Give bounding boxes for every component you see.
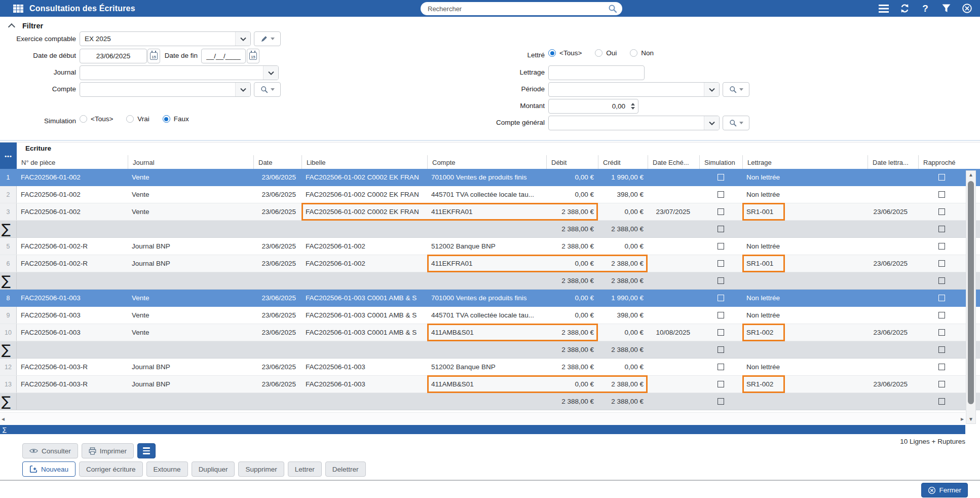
dropdown-caret-icon[interactable]: [739, 88, 743, 91]
simulation-radio[interactable]: [80, 115, 87, 123]
compte-lookup-button[interactable]: [254, 82, 281, 97]
exercice-edit-button[interactable]: [254, 31, 281, 46]
simulation-radio[interactable]: [126, 115, 134, 123]
simulation-checkbox[interactable]: [718, 174, 724, 181]
chevron-down-icon[interactable]: [235, 32, 250, 46]
filter-collapse-header[interactable]: Filtrer: [10, 22, 43, 30]
refresh-icon[interactable]: [898, 3, 911, 15]
simulation-option[interactable]: <Tous>: [80, 115, 113, 123]
column-header-compte[interactable]: Compte: [427, 155, 546, 169]
compte-general-lookup-button[interactable]: [723, 116, 749, 130]
column-header-lettrage[interactable]: Lettrage: [742, 155, 868, 169]
montant-spinner[interactable]: [630, 99, 638, 113]
lettrer-button[interactable]: Lettrer: [288, 461, 322, 477]
rapproche-checkbox[interactable]: [938, 174, 945, 181]
simulation-checkbox[interactable]: [718, 364, 724, 370]
chevron-down-icon[interactable]: [704, 83, 719, 96]
dropdown-caret-icon[interactable]: [271, 38, 275, 40]
more-actions-button[interactable]: [137, 443, 156, 458]
chevron-down-icon[interactable]: [263, 66, 278, 80]
lettre-radio[interactable]: [630, 49, 637, 57]
exercice-select[interactable]: EX 2025: [80, 31, 251, 46]
sum-row[interactable]: ∑2 388,00 €2 388,00 €: [0, 393, 980, 410]
rapproche-checkbox[interactable]: [938, 346, 945, 353]
simulation-checkbox[interactable]: [718, 381, 724, 387]
table-row[interactable]: 13FAC202506-01-003-RJournal BNP23/06/202…: [0, 376, 980, 393]
rapproche-checkbox[interactable]: [938, 277, 945, 284]
collapse-caret-icon[interactable]: [8, 23, 15, 30]
table-row[interactable]: 1FAC202506-01-002Vente23/06/2025FAC20250…: [0, 169, 980, 186]
date-fin-calendar-button[interactable]: 15: [247, 49, 259, 63]
scrollbar-thumb[interactable]: [968, 181, 974, 404]
lettre-option[interactable]: Non: [630, 49, 654, 57]
lettre-radio-selected[interactable]: [548, 49, 556, 57]
rapproche-checkbox[interactable]: [938, 191, 945, 198]
corriger-criture-button[interactable]: Corriger écriture: [79, 461, 143, 477]
fermer-button[interactable]: Fermer: [921, 483, 968, 497]
imprimer-button[interactable]: Imprimer: [82, 443, 134, 458]
horizontal-scrollbar[interactable]: ◂ ▸: [0, 412, 965, 424]
column-header-echeance[interactable]: Date Eché...: [648, 155, 699, 169]
dupliquer-button[interactable]: Dupliquer: [192, 461, 235, 477]
compte-select[interactable]: [80, 82, 251, 97]
scroll-left-icon[interactable]: ◂: [2, 415, 5, 422]
table-row[interactable]: 9FAC202506-01-003Vente23/06/2025FAC20250…: [0, 307, 980, 324]
table-row[interactable]: 2FAC202506-01-002Vente23/06/2025FAC20250…: [0, 186, 980, 203]
periode-lookup-button[interactable]: [723, 82, 749, 97]
rapproche-checkbox[interactable]: [938, 295, 945, 301]
chevron-down-icon[interactable]: [235, 83, 250, 96]
date-fin-input[interactable]: __/__/____: [201, 49, 246, 63]
search-input[interactable]: [428, 5, 608, 13]
journal-select[interactable]: [80, 65, 279, 80]
periode-select[interactable]: [548, 82, 720, 97]
simulation-checkbox[interactable]: [718, 312, 724, 318]
simulation-option[interactable]: Faux: [163, 115, 189, 123]
column-header-rapproche[interactable]: Rapproché: [918, 155, 965, 169]
simulation-checkbox[interactable]: [718, 398, 724, 405]
table-row[interactable]: 6FAC202506-01-002-RJournal BNP23/06/2025…: [0, 255, 980, 272]
search-icon[interactable]: [608, 4, 617, 13]
rapproche-checkbox[interactable]: [938, 398, 945, 405]
lettre-option[interactable]: Oui: [595, 49, 617, 57]
rapproche-checkbox[interactable]: [938, 364, 945, 370]
table-row[interactable]: 12FAC202506-01-003-RJournal BNP23/06/202…: [0, 359, 980, 376]
simulation-checkbox[interactable]: [718, 277, 724, 284]
simulation-radio-selected[interactable]: [163, 115, 170, 123]
simulation-checkbox[interactable]: [718, 243, 724, 250]
compte-general-select[interactable]: [548, 116, 720, 130]
rapproche-checkbox[interactable]: [938, 243, 945, 250]
simulation-checkbox[interactable]: [718, 208, 724, 215]
chevron-down-icon[interactable]: [704, 116, 719, 130]
rapproche-checkbox[interactable]: [938, 226, 945, 232]
column-header-simulation[interactable]: Simulation: [699, 155, 742, 169]
table-row[interactable]: 8FAC202506-01-003Vente23/06/2025FAC20250…: [0, 290, 980, 307]
help-icon[interactable]: ?: [919, 3, 931, 15]
dropdown-caret-icon[interactable]: [271, 88, 275, 91]
lettre-radio[interactable]: [595, 49, 602, 57]
column-header-credit[interactable]: Crédit: [598, 155, 648, 169]
simulation-checkbox[interactable]: [718, 191, 724, 198]
grid-options-button[interactable]: •••: [0, 143, 17, 169]
lettre-option[interactable]: <Tous>: [548, 49, 582, 57]
column-header-date_lettrage[interactable]: Date lettra...: [868, 155, 918, 169]
rapproche-checkbox[interactable]: [938, 260, 945, 267]
simulation-checkbox[interactable]: [718, 346, 724, 353]
scroll-up-icon[interactable]: ▲: [966, 171, 975, 179]
column-header-date[interactable]: Date: [253, 155, 301, 169]
rapproche-checkbox[interactable]: [938, 381, 945, 387]
supprimer-button[interactable]: Supprimer: [238, 461, 284, 477]
consulter-button[interactable]: Consulter: [22, 443, 78, 458]
rapproche-checkbox[interactable]: [938, 329, 945, 336]
filter-funnel-icon[interactable]: [940, 3, 952, 15]
table-row[interactable]: 5FAC202506-01-002-RJournal BNP23/06/2025…: [0, 238, 980, 255]
scroll-down-icon[interactable]: ▼: [966, 415, 975, 423]
sum-row[interactable]: ∑2 388,00 €2 388,00 €: [0, 221, 980, 238]
search-box[interactable]: [421, 2, 622, 15]
nouveau-button[interactable]: Nouveau: [22, 461, 76, 477]
sum-row[interactable]: ∑2 388,00 €2 388,00 €: [0, 341, 980, 359]
delettrer-button[interactable]: Delettrer: [325, 461, 366, 477]
table-row[interactable]: 10FAC202506-01-003Vente23/06/2025FAC2025…: [0, 324, 980, 341]
sum-row[interactable]: ∑2 388,00 €2 388,00 €: [0, 272, 980, 290]
column-header-piece[interactable]: N° de pièce: [17, 155, 128, 169]
rapproche-checkbox[interactable]: [938, 312, 945, 318]
